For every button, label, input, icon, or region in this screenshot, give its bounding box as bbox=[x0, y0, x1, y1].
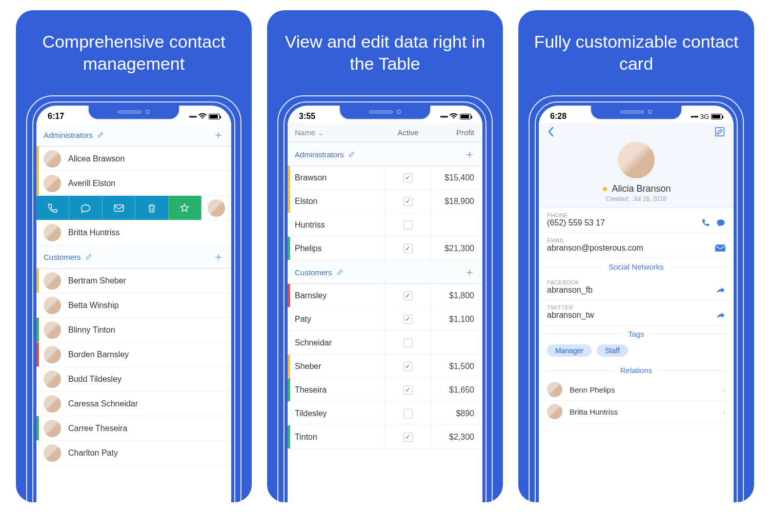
table-row[interactable]: Elston ✓ $18,900 bbox=[288, 190, 482, 213]
avatar bbox=[617, 140, 656, 179]
tags-header: Tags bbox=[539, 325, 734, 342]
panel-title: View and edit data right in the Table bbox=[267, 10, 503, 90]
contact-name: Charlton Paty bbox=[68, 448, 118, 458]
network-label: 3G bbox=[700, 113, 709, 120]
table-row[interactable]: Tinton ✓ $2,300 bbox=[288, 425, 482, 449]
facebook-field[interactable]: FACEBOOK abranson_fb bbox=[539, 275, 734, 300]
relation-item[interactable]: Benn Phelips › bbox=[539, 379, 734, 401]
contact-row[interactable]: Alicea Brawson bbox=[36, 147, 231, 171]
cell-active[interactable]: ✓ bbox=[385, 355, 431, 378]
phone-frame: 6:28 ▪▪▪▪ 3G bbox=[529, 95, 744, 502]
cell-active[interactable] bbox=[385, 331, 431, 354]
cell-active[interactable]: ✓ bbox=[385, 166, 431, 189]
delete-action[interactable] bbox=[135, 196, 168, 220]
contact-row[interactable]: Charlton Paty bbox=[36, 441, 231, 465]
contact-row[interactable]: Blinny Tinton bbox=[36, 318, 231, 342]
section-header[interactable]: Administrators ＋ bbox=[36, 123, 231, 147]
column-active[interactable]: Active bbox=[385, 128, 431, 137]
cell-active[interactable]: ✓ bbox=[385, 284, 431, 307]
twitter-field[interactable]: TWITTER abranson_tw bbox=[539, 300, 734, 325]
tag[interactable]: Manager bbox=[547, 344, 592, 357]
favorite-action[interactable] bbox=[169, 196, 201, 220]
contact-name: Betta Winship bbox=[68, 301, 119, 310]
cell-active[interactable]: ✓ bbox=[385, 190, 431, 213]
svg-rect-8 bbox=[715, 244, 725, 251]
table-row[interactable]: Sheber ✓ $1,500 bbox=[288, 355, 482, 378]
social-header: Social Networks bbox=[539, 258, 734, 275]
avatar bbox=[44, 321, 61, 339]
column-name[interactable]: Name ⌄ bbox=[288, 128, 385, 137]
promo-panel-2: View and edit data right in the Table 3:… bbox=[267, 10, 503, 502]
avatar bbox=[547, 404, 562, 419]
avatar bbox=[44, 272, 61, 290]
back-button[interactable] bbox=[547, 126, 555, 137]
table-row[interactable]: Tildesley $890 bbox=[288, 402, 482, 425]
tag[interactable]: Staff bbox=[597, 344, 628, 357]
add-icon[interactable]: ＋ bbox=[464, 147, 475, 162]
contact-row[interactable]: Budd Tildesley bbox=[36, 367, 231, 392]
call-action[interactable] bbox=[36, 196, 69, 220]
contact-row[interactable]: Borden Barnsley bbox=[36, 342, 231, 367]
contact-name: Alicia Branson bbox=[612, 183, 671, 194]
column-profit[interactable]: Profit bbox=[431, 128, 482, 137]
table-row[interactable]: Theseira ✓ $1,650 bbox=[288, 378, 482, 402]
message-action[interactable] bbox=[69, 196, 102, 220]
section-title: Customers bbox=[295, 268, 332, 277]
cell-profit: $890 bbox=[431, 409, 482, 418]
email-action[interactable] bbox=[103, 196, 135, 220]
avatar bbox=[44, 420, 61, 437]
contact-name: Averill Elston bbox=[68, 179, 115, 188]
cell-active[interactable]: ✓ bbox=[385, 237, 431, 260]
panel-title: Comprehensive contact management bbox=[16, 10, 252, 90]
email-field[interactable]: EMAIL abranson@posterous.com bbox=[539, 233, 734, 258]
contact-row[interactable]: Betta Winship bbox=[36, 293, 231, 318]
add-icon[interactable]: ＋ bbox=[213, 249, 224, 264]
message-icon[interactable] bbox=[716, 218, 725, 228]
mail-icon[interactable] bbox=[715, 244, 725, 252]
table-row[interactable]: Phelips ✓ $21,300 bbox=[288, 237, 482, 260]
avatar bbox=[44, 297, 61, 314]
cell-active[interactable] bbox=[385, 402, 431, 425]
cell-active[interactable]: ✓ bbox=[385, 378, 431, 401]
cell-name: Brawson bbox=[288, 166, 385, 189]
contact-row[interactable]: Caressa Schneidar bbox=[36, 392, 231, 416]
chevron-down-icon: ⌄ bbox=[317, 128, 324, 137]
section-header[interactable]: Customers ＋ bbox=[36, 245, 231, 269]
pencil-icon[interactable] bbox=[348, 151, 355, 158]
contact-row[interactable]: Britta Huntriss bbox=[36, 220, 231, 245]
share-icon[interactable] bbox=[716, 286, 725, 294]
phone-field[interactable]: PHONE (652) 559 53 17 bbox=[539, 208, 734, 233]
pencil-icon[interactable] bbox=[85, 253, 92, 260]
call-icon[interactable] bbox=[701, 218, 710, 228]
cell-active[interactable]: ✓ bbox=[385, 308, 431, 331]
section-header[interactable]: Customers ＋ bbox=[288, 260, 482, 284]
contact-row[interactable]: Averill Elston bbox=[36, 171, 231, 196]
table-row[interactable]: Paty ✓ $1,100 bbox=[288, 308, 482, 331]
contact-row[interactable]: Bertram Sheber bbox=[36, 269, 231, 293]
cell-profit: $1,100 bbox=[431, 315, 482, 324]
table-header: Name ⌄ Active Profit bbox=[288, 123, 482, 142]
edit-button[interactable] bbox=[714, 126, 725, 137]
cell-profit: $2,300 bbox=[431, 433, 482, 442]
table-row[interactable]: Brawson ✓ $15,400 bbox=[288, 166, 482, 190]
status-time: 6:28 bbox=[550, 112, 566, 121]
add-icon[interactable]: ＋ bbox=[213, 127, 224, 142]
svg-rect-0 bbox=[114, 204, 124, 211]
cell-name: Tinton bbox=[288, 425, 385, 448]
table-row[interactable]: Schneidar bbox=[288, 331, 482, 355]
contact-name: Carree Theseira bbox=[68, 424, 127, 433]
share-icon[interactable] bbox=[716, 311, 725, 319]
pencil-icon[interactable] bbox=[97, 131, 104, 138]
table-row[interactable]: Barnsley ✓ $1,800 bbox=[288, 284, 482, 308]
cell-active[interactable] bbox=[385, 213, 431, 236]
avatar bbox=[44, 395, 61, 413]
cell-active[interactable]: ✓ bbox=[385, 425, 431, 448]
add-icon[interactable]: ＋ bbox=[464, 264, 475, 280]
app-screen-table: 3:55 ▪▪▪▪ Name ⌄ Active Pro bbox=[288, 106, 482, 502]
contact-row[interactable]: Carree Theseira bbox=[36, 416, 231, 441]
table-row[interactable]: Huntriss bbox=[288, 213, 482, 237]
pencil-icon[interactable] bbox=[336, 269, 343, 276]
section-header[interactable]: Administrators ＋ bbox=[288, 142, 482, 166]
relation-item[interactable]: Britta Huntriss › bbox=[539, 401, 734, 423]
cell-profit: $18,900 bbox=[431, 197, 482, 206]
